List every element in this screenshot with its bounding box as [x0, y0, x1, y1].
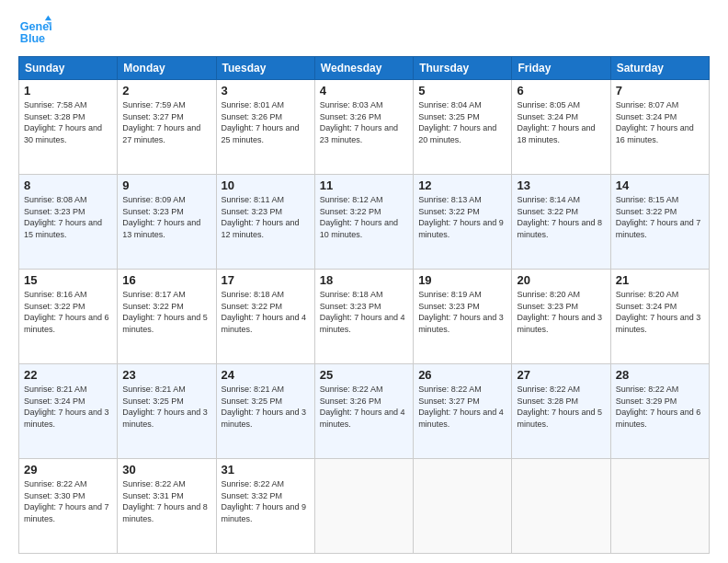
day-cell-empty	[314, 459, 413, 554]
header-wednesday: Wednesday	[314, 57, 413, 80]
day-cell-11: 11 Sunrise: 8:12 AMSunset: 3:22 PMDaylig…	[314, 175, 413, 270]
day-cell-2: 2 Sunrise: 7:59 AMSunset: 3:27 PMDayligh…	[118, 80, 216, 175]
day-info: Sunrise: 8:18 AMSunset: 3:23 PMDaylight:…	[320, 289, 408, 335]
day-number: 28	[616, 368, 704, 382]
logo: General Blue	[18, 14, 51, 47]
day-number: 12	[418, 178, 506, 192]
day-cell-5: 5 Sunrise: 8:04 AMSunset: 3:25 PMDayligh…	[414, 80, 512, 175]
day-number: 10	[222, 178, 310, 192]
day-cell-25: 25 Sunrise: 8:22 AMSunset: 3:26 PMDaylig…	[314, 364, 413, 459]
day-info: Sunrise: 8:21 AMSunset: 3:25 PMDaylight:…	[222, 384, 310, 430]
week-row-5: 29 Sunrise: 8:22 AMSunset: 3:30 PMDaylig…	[19, 459, 710, 554]
svg-text:Blue: Blue	[20, 32, 45, 45]
day-info: Sunrise: 8:22 AMSunset: 3:32 PMDaylight:…	[222, 478, 310, 524]
day-info: Sunrise: 8:17 AMSunset: 3:22 PMDaylight:…	[122, 289, 210, 335]
weekday-header-row: Sunday Monday Tuesday Wednesday Thursday…	[19, 57, 710, 80]
day-info: Sunrise: 8:01 AMSunset: 3:26 PMDaylight:…	[222, 99, 310, 145]
day-number: 16	[122, 273, 210, 287]
day-cell-empty	[512, 459, 610, 554]
day-number: 18	[320, 273, 408, 287]
day-number: 15	[24, 273, 112, 287]
day-cell-4: 4 Sunrise: 8:03 AMSunset: 3:26 PMDayligh…	[314, 80, 413, 175]
logo-icon: General Blue	[18, 14, 51, 47]
page: General Blue Sunday Monday Tuesday Wedne…	[0, 0, 728, 563]
day-number: 3	[222, 84, 310, 98]
day-number: 13	[517, 178, 605, 192]
week-row-2: 8 Sunrise: 8:08 AMSunset: 3:23 PMDayligh…	[19, 175, 710, 270]
day-info: Sunrise: 8:12 AMSunset: 3:22 PMDaylight:…	[320, 194, 408, 240]
day-info: Sunrise: 7:58 AMSunset: 3:28 PMDaylight:…	[24, 99, 112, 145]
day-number: 30	[122, 463, 210, 477]
day-cell-empty	[414, 459, 512, 554]
day-number: 17	[222, 273, 310, 287]
day-info: Sunrise: 8:22 AMSunset: 3:29 PMDaylight:…	[616, 384, 704, 430]
day-cell-14: 14 Sunrise: 8:15 AMSunset: 3:22 PMDaylig…	[610, 175, 709, 270]
calendar: Sunday Monday Tuesday Wednesday Thursday…	[18, 56, 710, 554]
day-info: Sunrise: 8:20 AMSunset: 3:24 PMDaylight:…	[616, 289, 704, 335]
week-row-3: 15 Sunrise: 8:16 AMSunset: 3:22 PMDaylig…	[19, 270, 710, 364]
day-cell-empty	[610, 459, 709, 554]
day-info: Sunrise: 8:22 AMSunset: 3:28 PMDaylight:…	[517, 384, 605, 430]
day-cell-23: 23 Sunrise: 8:21 AMSunset: 3:25 PMDaylig…	[118, 364, 216, 459]
day-cell-28: 28 Sunrise: 8:22 AMSunset: 3:29 PMDaylig…	[610, 364, 709, 459]
header-tuesday: Tuesday	[216, 57, 314, 80]
day-cell-17: 17 Sunrise: 8:18 AMSunset: 3:22 PMDaylig…	[216, 270, 314, 364]
header-thursday: Thursday	[414, 57, 512, 80]
day-number: 21	[616, 273, 704, 287]
day-cell-15: 15 Sunrise: 8:16 AMSunset: 3:22 PMDaylig…	[19, 270, 118, 364]
day-cell-13: 13 Sunrise: 8:14 AMSunset: 3:22 PMDaylig…	[512, 175, 610, 270]
day-info: Sunrise: 8:21 AMSunset: 3:24 PMDaylight:…	[24, 384, 112, 430]
day-number: 7	[616, 84, 704, 98]
day-number: 8	[24, 178, 112, 192]
svg-marker-2	[45, 16, 51, 20]
header-saturday: Saturday	[610, 57, 709, 80]
day-number: 14	[616, 178, 704, 192]
day-info: Sunrise: 8:22 AMSunset: 3:27 PMDaylight:…	[418, 384, 506, 430]
day-cell-29: 29 Sunrise: 8:22 AMSunset: 3:30 PMDaylig…	[19, 459, 118, 554]
week-row-1: 1 Sunrise: 7:58 AMSunset: 3:28 PMDayligh…	[19, 80, 710, 175]
day-cell-26: 26 Sunrise: 8:22 AMSunset: 3:27 PMDaylig…	[414, 364, 512, 459]
day-number: 5	[418, 84, 506, 98]
day-cell-22: 22 Sunrise: 8:21 AMSunset: 3:24 PMDaylig…	[19, 364, 118, 459]
day-number: 1	[24, 84, 112, 98]
header-friday: Friday	[512, 57, 610, 80]
day-info: Sunrise: 8:05 AMSunset: 3:24 PMDaylight:…	[517, 99, 605, 145]
day-cell-30: 30 Sunrise: 8:22 AMSunset: 3:31 PMDaylig…	[118, 459, 216, 554]
day-info: Sunrise: 8:16 AMSunset: 3:22 PMDaylight:…	[24, 289, 112, 335]
day-cell-24: 24 Sunrise: 8:21 AMSunset: 3:25 PMDaylig…	[216, 364, 314, 459]
day-cell-21: 21 Sunrise: 8:20 AMSunset: 3:24 PMDaylig…	[610, 270, 709, 364]
day-number: 22	[24, 368, 112, 382]
day-number: 26	[418, 368, 506, 382]
day-cell-31: 31 Sunrise: 8:22 AMSunset: 3:32 PMDaylig…	[216, 459, 314, 554]
day-number: 27	[517, 368, 605, 382]
header-sunday: Sunday	[19, 57, 118, 80]
day-cell-7: 7 Sunrise: 8:07 AMSunset: 3:24 PMDayligh…	[610, 80, 709, 175]
day-info: Sunrise: 8:11 AMSunset: 3:23 PMDaylight:…	[222, 194, 310, 240]
day-cell-27: 27 Sunrise: 8:22 AMSunset: 3:28 PMDaylig…	[512, 364, 610, 459]
header-monday: Monday	[118, 57, 216, 80]
day-cell-3: 3 Sunrise: 8:01 AMSunset: 3:26 PMDayligh…	[216, 80, 314, 175]
day-info: Sunrise: 8:08 AMSunset: 3:23 PMDaylight:…	[24, 194, 112, 240]
day-number: 9	[122, 178, 210, 192]
day-number: 6	[517, 84, 605, 98]
day-cell-12: 12 Sunrise: 8:13 AMSunset: 3:22 PMDaylig…	[414, 175, 512, 270]
day-number: 31	[222, 463, 310, 477]
header: General Blue	[18, 14, 710, 47]
day-number: 19	[418, 273, 506, 287]
day-info: Sunrise: 8:04 AMSunset: 3:25 PMDaylight:…	[418, 99, 506, 145]
day-cell-10: 10 Sunrise: 8:11 AMSunset: 3:23 PMDaylig…	[216, 175, 314, 270]
day-cell-8: 8 Sunrise: 8:08 AMSunset: 3:23 PMDayligh…	[19, 175, 118, 270]
day-number: 2	[122, 84, 210, 98]
day-number: 11	[320, 178, 408, 192]
day-number: 4	[320, 84, 408, 98]
day-info: Sunrise: 8:21 AMSunset: 3:25 PMDaylight:…	[122, 384, 210, 430]
day-info: Sunrise: 8:13 AMSunset: 3:22 PMDaylight:…	[418, 194, 506, 240]
day-number: 24	[222, 368, 310, 382]
day-number: 25	[320, 368, 408, 382]
day-number: 20	[517, 273, 605, 287]
day-cell-20: 20 Sunrise: 8:20 AMSunset: 3:23 PMDaylig…	[512, 270, 610, 364]
day-info: Sunrise: 8:22 AMSunset: 3:30 PMDaylight:…	[24, 478, 112, 524]
day-info: Sunrise: 8:20 AMSunset: 3:23 PMDaylight:…	[517, 289, 605, 335]
day-cell-9: 9 Sunrise: 8:09 AMSunset: 3:23 PMDayligh…	[118, 175, 216, 270]
day-number: 29	[24, 463, 112, 477]
